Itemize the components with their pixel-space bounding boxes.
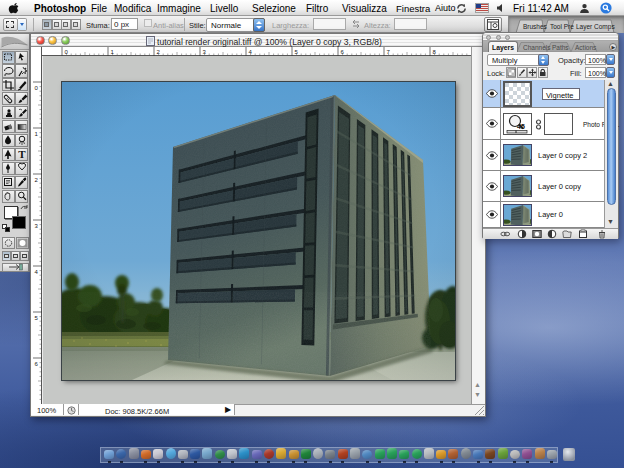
svg-text:Actions: Actions (575, 44, 597, 51)
svg-text:5: 5 (295, 49, 299, 55)
svg-text:0: 0 (65, 49, 69, 55)
svg-text:6: 6 (341, 49, 345, 55)
svg-text:3: 3 (35, 223, 39, 229)
svg-text:4: 4 (249, 49, 253, 55)
svg-text:0: 0 (35, 85, 39, 91)
svg-text:6: 6 (35, 361, 39, 367)
svg-text:7: 7 (387, 49, 391, 55)
svg-text:Channels: Channels (523, 44, 551, 51)
svg-text:3: 3 (203, 49, 207, 55)
svg-text:2: 2 (35, 177, 39, 183)
svg-text:1: 1 (35, 131, 39, 137)
svg-text:Paths: Paths (552, 44, 569, 51)
svg-text:45: 45 (517, 123, 525, 130)
svg-text:1: 1 (111, 49, 115, 55)
svg-text:2: 2 (157, 49, 161, 55)
svg-text:8: 8 (433, 49, 437, 55)
svg-text:4: 4 (35, 269, 39, 275)
svg-text:5: 5 (35, 315, 39, 321)
